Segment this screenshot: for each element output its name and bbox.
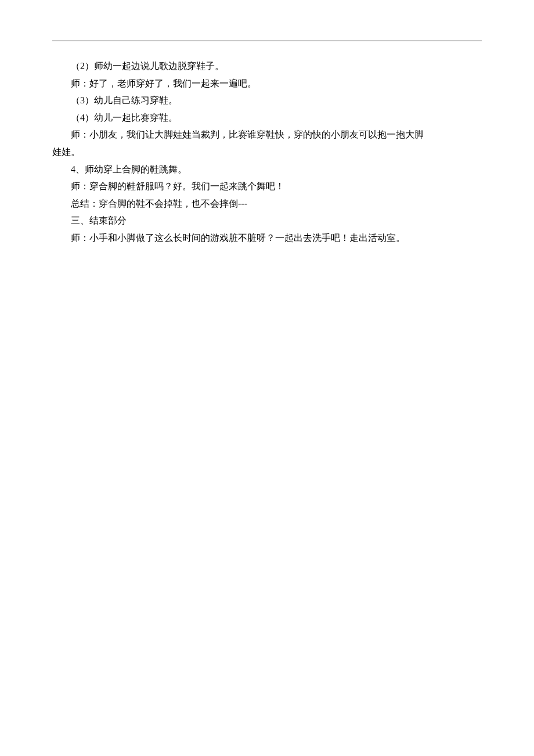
document-content: （2）师幼一起边说儿歌边脱穿鞋子。 师：好了，老师穿好了，我们一起来一遍吧。 （…: [52, 57, 482, 247]
horizontal-divider: [52, 41, 482, 41]
text-line: （2）师幼一起边说儿歌边脱穿鞋子。: [52, 57, 482, 75]
text-line: 师：穿合脚的鞋舒服吗？好。我们一起来跳个舞吧！: [52, 178, 482, 195]
text-line: 三、结束部分: [52, 212, 482, 229]
text-line: （4）幼儿一起比赛穿鞋。: [52, 109, 482, 127]
text-line: 娃娃。: [52, 143, 482, 161]
text-line: 4、师幼穿上合脚的鞋跳舞。: [52, 161, 482, 178]
text-line: 师：小手和小脚做了这么长时间的游戏脏不脏呀？一起出去洗手吧！走出活动室。: [52, 229, 482, 247]
text-line: 师：好了，老师穿好了，我们一起来一遍吧。: [52, 75, 482, 92]
text-line: 总结：穿合脚的鞋不会掉鞋，也不会摔倒---: [52, 195, 482, 213]
text-line: 师：小朋友，我们让大脚娃娃当裁判，比赛谁穿鞋快，穿的快的小朋友可以抱一抱大脚: [52, 126, 482, 143]
text-line: （3）幼儿自己练习穿鞋。: [52, 92, 482, 109]
